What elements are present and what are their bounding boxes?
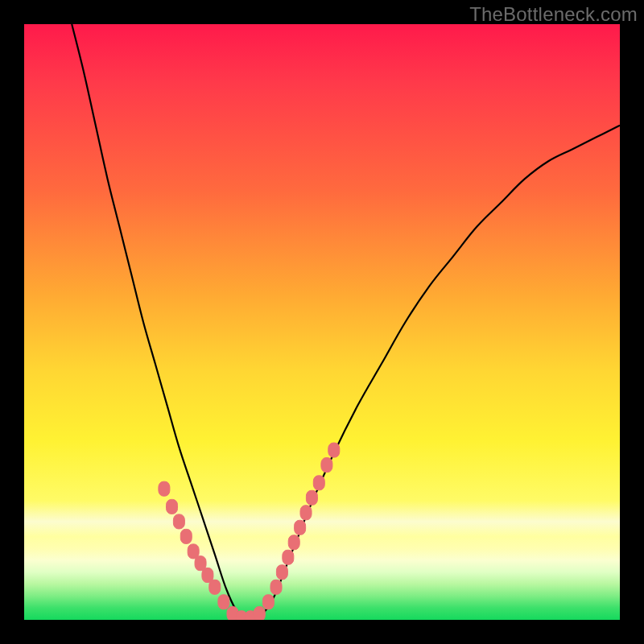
curve-marker — [300, 506, 312, 520]
curve-marker — [159, 481, 170, 496]
outer-frame: TheBottleneck.com — [0, 0, 644, 644]
curve-marker — [173, 514, 184, 529]
plot-area — [24, 24, 620, 620]
bottleneck-curve-path — [72, 24, 620, 620]
curve-marker — [262, 595, 274, 609]
curve-marker — [209, 580, 221, 594]
curve-marker — [288, 535, 299, 550]
curve-marker — [306, 490, 317, 505]
curve-marker — [276, 565, 287, 580]
watermark-text: TheBottleneck.com — [469, 3, 638, 26]
chart-svg — [24, 24, 620, 620]
curve-marker — [328, 443, 340, 457]
curve-marker — [283, 550, 294, 564]
curve-marker — [295, 520, 306, 535]
curve-marker — [167, 499, 178, 514]
curve-marker — [313, 476, 324, 490]
curve-marker — [218, 595, 229, 609]
curve-marker — [254, 607, 265, 620]
curve-marker — [270, 580, 282, 594]
curve-marker — [180, 529, 192, 543]
curve-marker — [321, 458, 332, 473]
